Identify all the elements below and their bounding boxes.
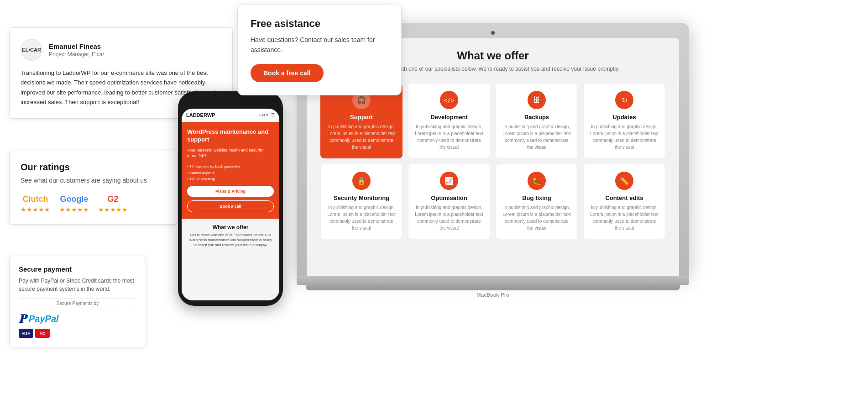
phone-offer-section: What we offer Get in touch with one of o… [182,219,279,253]
laptop-base [297,276,689,285]
ratings-card: Our ratings See what our customers are s… [9,151,178,225]
ratings-subtitle: See what our customers are saying about … [21,176,167,185]
phone-screen: LADDERWP EN ▾ ☰ WordPress maintenance an… [182,109,279,300]
service-desc-content: In publishing and graphic design, Lorem … [590,204,659,231]
phone-bullet-3: 12h onboarding [187,176,274,182]
paypal-text: PayPal [29,314,59,324]
phone-hero-title: WordPress maintenance and support [187,128,274,144]
laptop-bottom [306,285,680,290]
service-desc-development: In publishing and graphic design, Lorem … [415,123,483,151]
service-desc-optimisation: In publishing and graphic design, Lorem … [415,204,483,231]
service-icon-development: </> [440,91,458,109]
service-desc-bugfixing: In publishing and graphic design, Lorem … [502,204,571,231]
phone-notch [212,97,249,107]
card-icons: VISA MC [19,329,136,338]
phone-menu-icon: ☰ [271,113,275,117]
phone-mockup: LADDERWP EN ▾ ☰ WordPress maintenance an… [178,91,283,306]
phone-offer-sub: Get in touch with one of our specialists… [187,232,274,248]
phone-bullet-2: Cancel anytime [187,170,274,176]
laptop-label: MacBook Pro [297,292,689,298]
service-card-updates[interactable]: ↻ Updates In publishing and graphic desi… [583,83,665,158]
avatar: EL•CAR [21,39,42,61]
book-call-button[interactable]: Book a free call [251,64,324,82]
service-name-optimisation: Optimisation [415,194,483,201]
testimonial-role: Project Manager, Elcar [49,51,104,58]
phone-plans-btn[interactable]: Plans & Pricing [187,186,274,197]
service-name-bugfixing: Bug fixing [502,194,571,201]
phone-offer-title: What we offer [187,224,274,231]
phone-book-btn[interactable]: Book a call [187,200,274,212]
services-grid: 🎧 Support In publishing and graphic desi… [320,83,665,239]
scene: EL•CAR Emanuel Fineas Project Manager, E… [0,0,868,420]
payment-secure-label: Secure Payments by [19,299,136,308]
service-icon-backups: 🗄 [528,91,546,109]
paypal-p-icon: 𝐏 [19,312,26,326]
rating-clutch: Clutch ★★★★★ [21,194,50,213]
phone-hero-sub: Your personal website health and securit… [187,147,274,159]
payment-title: Secure payment [19,265,136,273]
service-icon-content: ✏️ [615,172,633,190]
phone-lang: EN ▾ [259,113,268,117]
rating-g2: G2 ★★★★★ [98,194,128,213]
service-name-development: Development [415,114,483,121]
phone-frame: LADDERWP EN ▾ ☰ WordPress maintenance an… [178,91,283,306]
assistance-text: Have questions? Contact our sales team f… [251,35,388,55]
clutch-logo: Clutch [23,194,48,204]
phone-bullet-1: 30 days money back guarantee [187,163,274,170]
service-name-backups: Backups [502,114,571,121]
phone-nav: LADDERWP EN ▾ ☰ [182,109,279,122]
g2-stars: ★★★★★ [98,206,128,213]
service-card-content[interactable]: ✏️ Content edits In publishing and graph… [583,164,665,239]
paypal-logo: 𝐏 PayPal [19,312,136,326]
service-card-optimisation[interactable]: 📈 Optimisation In publishing and graphic… [408,164,490,239]
phone-logo: LADDERWP [186,112,215,118]
phone-logo-text: LADDERWP [186,112,215,118]
visa-icon: VISA [19,329,33,338]
service-desc-updates: In publishing and graphic design, Lorem … [590,123,659,151]
service-desc-security: In publishing and graphic design, Lorem … [327,204,396,231]
testimonial-header: EL•CAR Emanuel Fineas Project Manager, E… [21,39,221,61]
service-name-support: Support [327,114,396,121]
google-stars: ★★★★★ [59,206,89,213]
rating-google: Google ★★★★★ [59,194,89,213]
payment-text: Pay with PayPal or Stripe Credit cards t… [19,277,136,293]
service-card-development[interactable]: </> Development In publishing and graphi… [408,83,490,158]
testimonial-name: Emanuel Fineas [49,42,104,50]
laptop-camera [491,31,495,35]
service-icon-security: 🔒 [352,172,371,190]
ratings-logos: Clutch ★★★★★ Google ★★★★★ G2 ★★★★★ [21,194,167,213]
service-card-bugfixing[interactable]: 🐛 Bug fixing In publishing and graphic d… [496,164,578,239]
phone-bullets: 30 days money back guarantee Cancel anyt… [187,163,274,182]
service-icon-bugfixing: 🐛 [528,172,546,190]
service-card-backups[interactable]: 🗄 Backups In publishing and graphic desi… [496,83,578,158]
service-name-updates: Updates [590,114,659,121]
google-logo: Google [60,194,89,204]
service-icon-optimisation: 📈 [440,172,458,190]
phone-nav-right: EN ▾ ☰ [259,113,275,117]
service-desc-support: In publishing and graphic design, Lorem … [327,123,396,151]
service-desc-backups: In publishing and graphic design, Lorem … [502,123,571,151]
phone-hero: WordPress maintenance and support Your p… [182,122,279,219]
assistance-card: Free asistance Have questions? Contact o… [237,5,402,95]
service-name-content: Content edits [590,194,659,201]
payment-card: Secure payment Pay with PayPal or Stripe… [9,256,146,347]
assistance-title: Free asistance [251,18,388,30]
service-icon-updates: ↻ [615,91,633,109]
ratings-title: Our ratings [21,162,167,173]
service-name-security: Security Monitoring [327,194,396,201]
clutch-stars: ★★★★★ [21,206,50,213]
g2-logo: G2 [107,194,118,204]
service-card-security[interactable]: 🔒 Security Monitoring In publishing and … [320,164,403,239]
mastercard-icon: MC [35,329,50,338]
